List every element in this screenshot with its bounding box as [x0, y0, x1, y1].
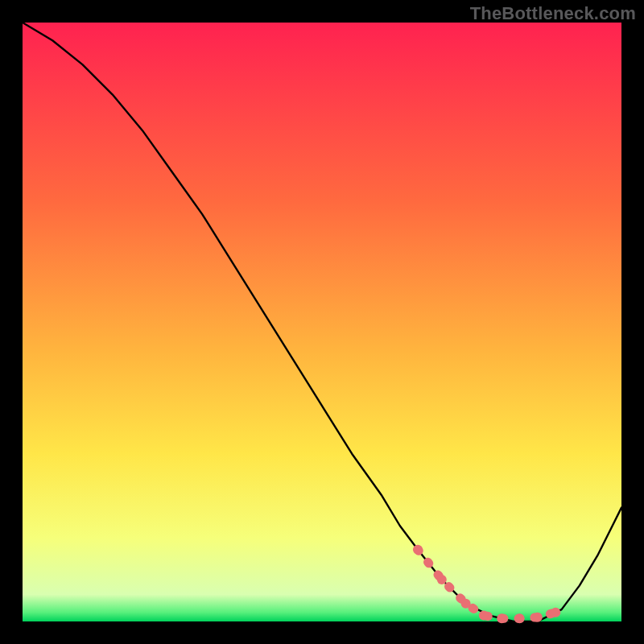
watermark-text: TheBottleneck.com [470, 3, 636, 24]
optimal-range-point [551, 608, 560, 617]
optimal-range-point [461, 599, 471, 609]
chart-container: { "watermark": "TheBottleneck.com", "col… [0, 0, 644, 644]
optimal-range-point [479, 611, 489, 621]
optimal-range-point [515, 613, 525, 623]
optimal-range-point [497, 613, 506, 623]
bottleneck-chart [0, 0, 644, 644]
optimal-range-point [533, 613, 543, 622]
optimal-range-point [413, 545, 423, 555]
optimal-range-point [437, 575, 447, 584]
plot-background [23, 23, 621, 621]
